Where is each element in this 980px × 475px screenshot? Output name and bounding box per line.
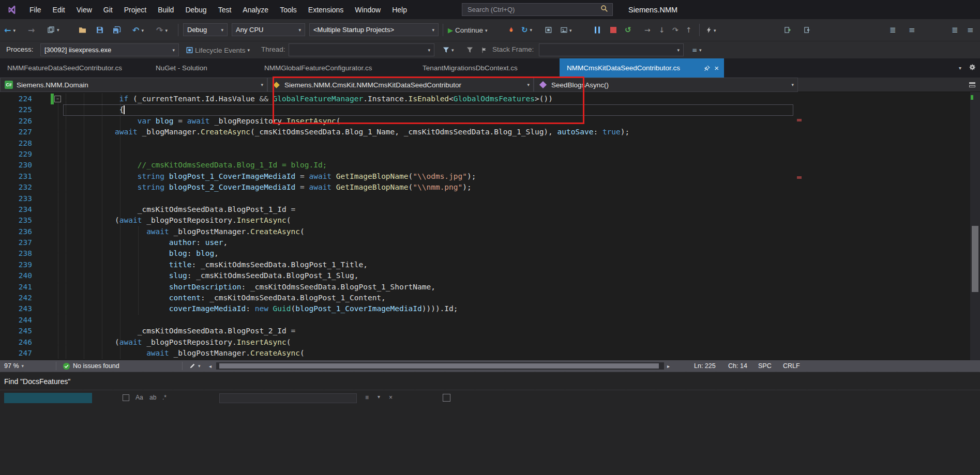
code-line-231[interactable]: 231 string blogPost_1_CoverImageMediaId … <box>0 171 970 182</box>
find-panel-button[interactable] <box>443 394 450 402</box>
breakpoint-margin[interactable] <box>32 248 65 259</box>
line-number[interactable]: 229 <box>0 149 32 160</box>
scroll-left-icon[interactable]: ◂ <box>209 360 212 372</box>
pin-icon[interactable] <box>704 65 710 71</box>
code-line-225[interactable]: 225 { <box>0 104 970 115</box>
menu-item-build[interactable]: Build <box>152 0 179 19</box>
tab-nmmfeaturedataseedcontributor-cs[interactable]: NMMFeatureDataSeedContributor.cs <box>0 58 148 78</box>
spaces-indicator[interactable]: SPC <box>758 360 772 372</box>
menu-item-git[interactable]: Git <box>98 0 118 19</box>
line-number[interactable]: 230 <box>0 160 32 171</box>
menu-item-window[interactable]: Window <box>349 0 386 19</box>
code-text[interactable]: await _blogManager.CreateAsync(_cmsKitOd… <box>65 127 629 137</box>
lifecycle-events-button[interactable]: Lifecycle Events▾ <box>186 46 250 54</box>
breakpoint-margin[interactable] <box>32 326 65 336</box>
find-clear-icon[interactable]: × <box>389 394 393 401</box>
code-line-232[interactable]: 232 string blogPost_2_CoverImageMediaId … <box>0 182 970 193</box>
menu-item-tools[interactable]: Tools <box>274 0 303 19</box>
code-line-246[interactable]: 246 (await _blogPostRepository.InsertAsy… <box>0 337 970 348</box>
code-line-243[interactable]: 243 coverImageMediaId: new Guid(blogPost… <box>0 303 970 314</box>
match-case-icon[interactable]: Aa <box>135 394 143 401</box>
close-tab-icon[interactable]: × <box>714 64 719 72</box>
code-text[interactable]: await _blogPostManager.CreateAsync( <box>65 226 305 237</box>
code-text[interactable]: (await _blogPostRepository.InsertAsync( <box>65 337 291 348</box>
platform-combo[interactable]: Any CPU▾ <box>232 23 305 36</box>
code-line-237[interactable]: 237 author: user, <box>0 237 970 248</box>
code-line-226[interactable]: 226 var blog = await _blogRepository.Ins… <box>0 116 970 127</box>
breakpoint-margin[interactable] <box>32 348 65 359</box>
thread-combo[interactable]: ▾ <box>289 43 434 56</box>
view-code-button[interactable] <box>784 27 791 34</box>
split-editor-icon[interactable] <box>969 81 976 90</box>
code-line-240[interactable]: 240 slug: _cmsKitOdmsSeedData.BlogPost_1… <box>0 270 970 281</box>
code-line-230[interactable]: 230 //_cmsKitOdmsSeedData.Blog_1_Id = bl… <box>0 160 970 171</box>
line-number[interactable]: 238 <box>0 248 32 259</box>
find-scope-input[interactable] <box>219 393 357 403</box>
document-health-indicator[interactable]: No issues found <box>63 360 119 372</box>
tab-nmmglobalfeatureconfigurator-cs[interactable]: NMMGlobalFeatureConfigurator.cs <box>257 58 415 78</box>
breakpoint-margin[interactable] <box>32 138 65 149</box>
line-number[interactable]: 231 <box>0 171 32 182</box>
code-text[interactable]: string blogPost_1_CoverImageMediaId = aw… <box>65 171 476 182</box>
code-text[interactable]: string blogPost_2_CoverImageMediaId = aw… <box>65 182 472 193</box>
line-ending-indicator[interactable]: CRLF <box>783 360 800 372</box>
code-line-242[interactable]: 242 content: _cmsKitOdmsSeedData.BlogPos… <box>0 293 970 303</box>
line-number[interactable]: 225 <box>0 104 32 115</box>
code-line-233[interactable]: 233 <box>0 193 970 204</box>
break-all-button[interactable] <box>595 27 600 34</box>
breakpoint-margin[interactable] <box>32 237 65 248</box>
toolbar-options-icon[interactable]: ≡▾ <box>692 47 702 54</box>
save-all-button[interactable] <box>113 26 121 34</box>
breakpoint-margin[interactable] <box>32 182 65 193</box>
code-text[interactable]: (await _blogPostRepository.InsertAsync( <box>65 215 291 226</box>
line-number[interactable]: 239 <box>0 259 32 270</box>
undo-button[interactable]: ↶▾ <box>132 25 144 35</box>
find-scope-highlight[interactable] <box>4 393 92 403</box>
hot-reload-icon[interactable] <box>508 26 515 34</box>
startup-project-combo[interactable]: <Multiple Startup Projects>▾ <box>309 23 439 36</box>
view-designer-button[interactable] <box>804 27 810 34</box>
code-line-234[interactable]: 234 _cmsKitOdmsSeedData.BlogPost_1_Id = <box>0 204 970 215</box>
code-line-241[interactable]: 241 shortDescription: _cmsKitOdmsSeedDat… <box>0 282 970 293</box>
line-number[interactable]: 237 <box>0 237 32 248</box>
vertical-scrollbar-thumb[interactable] <box>972 226 978 292</box>
find-list-icon[interactable]: ≡ <box>365 394 369 401</box>
line-number[interactable]: 244 <box>0 315 32 326</box>
menu-item-help[interactable]: Help <box>386 0 413 19</box>
code-line-238[interactable]: 238 blog: blog, <box>0 248 970 259</box>
line-number[interactable]: 233 <box>0 193 32 204</box>
reset-filter-icon[interactable] <box>466 47 473 53</box>
breakpoint-margin[interactable] <box>32 149 65 160</box>
code-line-228[interactable]: 228 <box>0 138 970 149</box>
process-combo[interactable]: [30092] iisexpress.exe▾ <box>40 43 179 56</box>
breakpoint-margin[interactable] <box>32 315 65 326</box>
find-dropdown-icon[interactable]: ▾ <box>378 394 380 400</box>
comment-button[interactable]: ≣ <box>889 25 896 35</box>
step-out-icon[interactable]: ↑ <box>686 26 692 34</box>
tab-nmmcmskitdataseedcontributor-cs[interactable]: NMMCmsKitDataSeedContributor.cs× <box>560 58 724 78</box>
code-text[interactable]: blog: blog, <box>65 248 219 259</box>
stop-debugging-button[interactable] <box>610 27 616 33</box>
tab-tenantmigrationsdbcontext-cs[interactable]: TenantMigrationsDbContext.cs <box>415 58 560 78</box>
code-line-239[interactable]: 239 title: _cmsKitOdmsSeedData.BlogPost_… <box>0 259 970 270</box>
breakpoint-margin[interactable] <box>32 171 65 182</box>
tab-list-caret-icon[interactable]: ▾ <box>959 65 961 71</box>
continue-button[interactable]: ▶Continue▾ <box>448 26 488 34</box>
line-number[interactable]: 224 <box>0 94 32 104</box>
navigate-forward-button[interactable]: → <box>28 25 35 35</box>
select-element-button[interactable] <box>545 27 552 34</box>
breakpoint-margin[interactable] <box>32 226 65 237</box>
breakpoint-margin[interactable] <box>32 104 65 115</box>
code-line-247[interactable]: 247 await _blogPostManager.CreateAsync( <box>0 348 970 359</box>
zoom-control[interactable]: 97 %▾ <box>4 360 24 372</box>
code-text[interactable]: author: user, <box>65 237 228 248</box>
stack-frame-combo[interactable]: ▾ <box>539 43 684 56</box>
breakpoint-margin[interactable] <box>32 127 65 137</box>
member-dropdown[interactable]: SeedBlogsAsync() ▾ <box>534 78 798 92</box>
line-indicator[interactable]: Ln: 225 <box>694 360 716 372</box>
code-line-227[interactable]: 227 await _blogManager.CreateAsync(_cmsK… <box>0 127 970 137</box>
breakpoint-margin[interactable] <box>32 215 65 226</box>
live-preview-button[interactable]: ▾ <box>561 27 572 34</box>
redo-button[interactable]: ↷▾ <box>156 25 168 35</box>
step-into-icon[interactable]: ↓ <box>659 26 665 34</box>
